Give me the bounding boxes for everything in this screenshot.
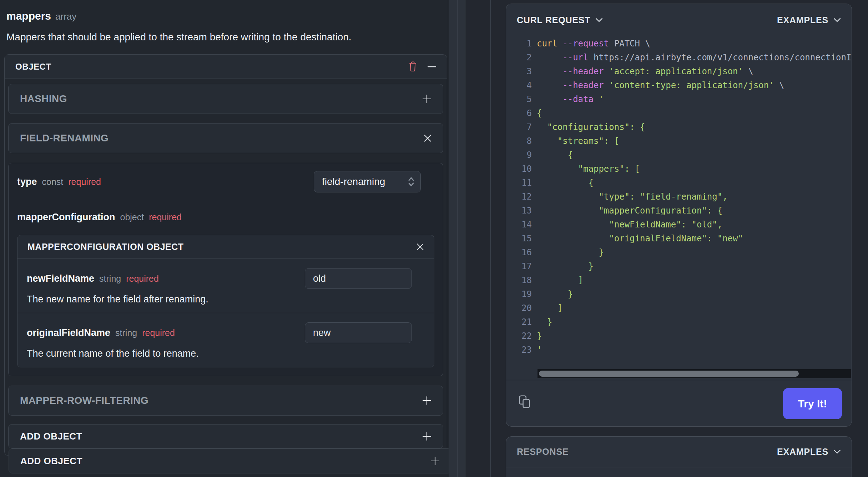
line-number: 1 xyxy=(506,37,532,51)
field-renaming-detail-card: type const required field-renaming mappe… xyxy=(8,163,443,376)
horizontal-scrollbar-track[interactable] xyxy=(538,369,851,378)
code-line: 5 --data ' xyxy=(506,92,851,106)
type-select[interactable]: field-renaming xyxy=(314,171,421,192)
section-field-renaming[interactable]: FIELD-RENAMING xyxy=(8,123,443,153)
minus-icon xyxy=(428,66,436,67)
original-field-name-value: new xyxy=(313,327,331,338)
mapper-configuration-required-badge: required xyxy=(149,212,182,222)
vertical-scrollbar[interactable] xyxy=(449,0,465,477)
response-examples-label: EXAMPLES xyxy=(777,447,828,457)
code-line: 1curl --request PATCH \ xyxy=(506,37,851,51)
code-text: "type": "field-renaming", xyxy=(532,190,728,204)
line-number: 6 xyxy=(506,106,532,120)
code-line: 12 "type": "field-renaming", xyxy=(506,190,851,204)
request-examples-label: EXAMPLES xyxy=(777,15,828,25)
select-chevrons-icon xyxy=(407,176,415,188)
copy-code-button[interactable] xyxy=(519,395,531,409)
line-number: 20 xyxy=(506,301,532,315)
line-number: 10 xyxy=(506,162,532,176)
line-number: 15 xyxy=(506,232,532,246)
response-examples-dropdown[interactable]: EXAMPLES xyxy=(777,447,841,457)
line-number: 13 xyxy=(506,204,532,218)
code-text: ] xyxy=(532,273,583,287)
code-text: "originalFieldName": "new" xyxy=(532,232,743,246)
try-it-button[interactable]: Try It! xyxy=(783,388,842,419)
code-text: } xyxy=(532,287,573,301)
new-field-name-kind: string xyxy=(99,273,121,284)
code-text: --header 'accept: application/json' \ xyxy=(532,65,753,79)
field-description: Mappers that should be applied to the st… xyxy=(4,31,447,43)
code-text: ' xyxy=(532,343,542,357)
add-object-button-outer[interactable]: ADD OBJECT xyxy=(9,448,451,473)
original-field-name-description: The current name of the field to rename. xyxy=(27,348,425,359)
code-line: 20 ] xyxy=(506,301,851,315)
curl-request-header: CURL REQUEST EXAMPLES xyxy=(506,4,852,36)
schema-column: mappersarray Mappers that should be appl… xyxy=(0,0,448,477)
code-line: 2 --url https://api.airbyte.com/v1/conne… xyxy=(506,51,851,65)
code-text: } xyxy=(532,260,594,273)
line-number: 9 xyxy=(506,148,532,162)
section-field-renaming-title: FIELD-RENAMING xyxy=(20,132,108,144)
mapper-configuration-row: mapperConfiguration object required xyxy=(17,212,434,223)
new-field-name-required-badge: required xyxy=(126,273,159,284)
curl-request-footer: Try It! xyxy=(506,380,852,426)
code-text: "newFieldName": "old", xyxy=(532,218,722,232)
line-number: 2 xyxy=(506,51,532,65)
delete-object-button[interactable] xyxy=(408,61,418,72)
code-text: "mappers": [ xyxy=(532,162,640,176)
request-type-dropdown[interactable]: CURL REQUEST xyxy=(517,15,603,25)
line-number: 21 xyxy=(506,315,532,329)
line-number: 18 xyxy=(506,273,532,287)
request-examples-dropdown[interactable]: EXAMPLES xyxy=(777,15,841,25)
line-number: 3 xyxy=(506,65,532,79)
code-line: 14 "newFieldName": "old", xyxy=(506,218,851,232)
line-number: 19 xyxy=(506,287,532,301)
column-divider xyxy=(490,0,491,477)
mapper-configuration-card: MAPPERCONFIGURATION OBJECT newFieldName … xyxy=(17,235,434,367)
close-icon[interactable] xyxy=(417,243,424,251)
response-title: RESPONSE xyxy=(517,447,569,457)
original-field-name-row: originalFieldName string required new Th… xyxy=(17,313,434,367)
section-mapper-row-filtering[interactable]: MAPPER-ROW-FILTERING xyxy=(8,386,443,416)
code-text: } xyxy=(532,246,604,260)
section-hashing[interactable]: HASHING xyxy=(8,84,443,114)
curl-request-panel: CURL REQUEST EXAMPLES 1curl --request PA… xyxy=(506,4,852,427)
close-icon[interactable] xyxy=(424,134,432,142)
plus-icon xyxy=(430,456,440,466)
chevron-down-icon xyxy=(833,450,841,454)
plus-icon[interactable] xyxy=(422,94,432,104)
code-line: 10 "mappers": [ xyxy=(506,162,851,176)
new-field-name-row: newFieldName string required old The new… xyxy=(17,259,434,313)
code-text: "streams": [ xyxy=(532,134,619,148)
original-field-name-label: originalFieldName xyxy=(27,327,110,338)
code-line: 23' xyxy=(506,343,851,357)
code-text: "mapperConfiguration": { xyxy=(532,204,722,218)
new-field-name-input[interactable]: old xyxy=(305,268,412,289)
plus-icon[interactable] xyxy=(422,396,432,405)
original-field-name-input[interactable]: new xyxy=(305,322,412,343)
add-object-button-inner[interactable]: ADD OBJECT xyxy=(8,424,443,448)
code-text: { xyxy=(532,148,573,162)
response-panel: RESPONSE EXAMPLES xyxy=(506,436,852,477)
object-card-header: OBJECT xyxy=(5,55,447,79)
line-number: 11 xyxy=(506,176,532,190)
new-field-name-label: newFieldName xyxy=(27,273,94,284)
code-line: 18 ] xyxy=(506,273,851,287)
type-select-value: field-renaming xyxy=(322,176,385,187)
line-number: 22 xyxy=(506,329,532,343)
copy-icon xyxy=(519,395,531,409)
code-line: 11 { xyxy=(506,176,851,190)
code-line: 21 } xyxy=(506,315,851,329)
collapse-object-button[interactable] xyxy=(428,66,436,67)
original-field-name-kind: string xyxy=(115,328,137,338)
code-text: ] xyxy=(532,301,562,315)
horizontal-scrollbar-thumb[interactable] xyxy=(539,371,799,377)
new-field-name-description: The new name for the field after renamin… xyxy=(27,294,425,305)
object-card-title: OBJECT xyxy=(15,62,51,72)
line-number: 7 xyxy=(506,120,532,134)
code-line: 22} xyxy=(506,329,851,343)
plus-icon xyxy=(422,432,432,441)
curl-request-title: CURL REQUEST xyxy=(517,15,590,25)
code-line: 6{ xyxy=(506,106,851,120)
field-name: mappers xyxy=(6,10,51,22)
